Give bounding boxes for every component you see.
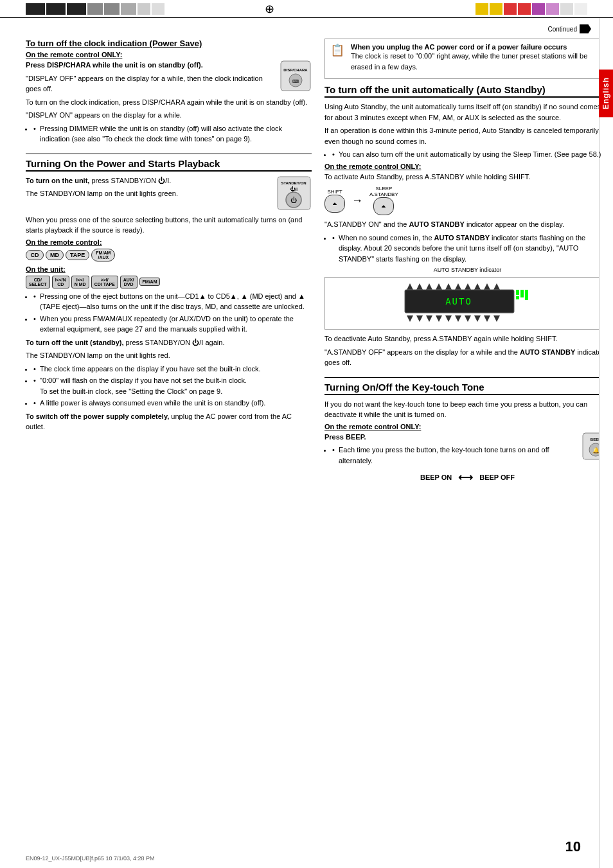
svg-rect-21	[516, 290, 519, 295]
note-title: When you unplug the AC power cord or if …	[351, 43, 605, 51]
auto-standby-indicator-label: AUTO STANDBY indicator	[324, 267, 610, 273]
aux-dvd-btn: AUX/DVD	[120, 276, 138, 288]
auto-standby-title: To turn off the unit automatically (Auto…	[324, 84, 610, 98]
auto-standby-body2: If an operation is done within this 3-mi…	[324, 125, 610, 146]
power-save-section: To turn off the clock indication (Power …	[26, 39, 312, 145]
svg-marker-34	[493, 315, 500, 322]
indicator-bullets: When no sound comes in, the AUTO STANDBY…	[332, 233, 610, 265]
color-block-r2	[490, 3, 502, 15]
divider-1	[26, 154, 312, 154]
fmam-btn: FM/AM	[139, 278, 161, 286]
remote-only-label-2: On the remote control ONLY:	[324, 163, 610, 170]
color-block-r8	[574, 3, 587, 15]
color-block-7	[138, 3, 150, 15]
shift-label: SHIFT	[324, 189, 345, 195]
svg-marker-9	[407, 283, 413, 290]
beep-bullet: Each time you press the button, the key-…	[332, 445, 610, 466]
continued-row: Continued	[26, 24, 610, 33]
svg-marker-25	[407, 315, 413, 322]
remote-only-label-3: On the remote control ONLY:	[324, 423, 610, 430]
remote-control-label: On the remote control:	[26, 238, 312, 246]
deactivate-text: To deactivate Auto Standby, press A.STAN…	[324, 333, 610, 344]
tape-button: TAPE	[66, 250, 89, 260]
english-tab: English	[599, 69, 613, 117]
color-block-r5	[532, 3, 545, 15]
fmam-bullet: When you press FM/AM/AUX repeatedly (or …	[33, 314, 312, 335]
color-block-8	[152, 3, 164, 15]
page-number: 10	[565, 838, 581, 855]
shift-btn: ⏶	[324, 195, 345, 213]
source-select-text: When you press one of the source selecti…	[26, 215, 312, 236]
continued-arrow	[580, 24, 591, 33]
svg-rect-22	[520, 290, 524, 297]
dimmer-bullet: Pressing DIMMER while the unit is on sta…	[33, 123, 312, 145]
power-supply-text: To switch off the power supply completel…	[26, 411, 312, 432]
remote-only-label-1: On the remote control ONLY:	[26, 51, 312, 58]
turn-on-bold: To turn on the unit,	[26, 177, 89, 184]
power-save-title: To turn off the clock indication (Power …	[26, 39, 312, 48]
svg-text:⌨: ⌨	[292, 79, 299, 84]
standby-lamp-red: The STANDBY/ON lamp on the unit lights r…	[26, 350, 312, 361]
two-column-layout: To turn off the clock indication (Power …	[26, 39, 610, 492]
left-column: To turn off the clock indication (Power …	[26, 39, 312, 492]
svg-marker-17	[484, 283, 490, 290]
svg-marker-12	[436, 283, 442, 290]
auto-standby-bullets: You can also turn off the unit automatic…	[332, 149, 610, 160]
divider-2	[324, 377, 610, 378]
color-block-3	[67, 3, 86, 15]
main-content: Continued To turn off the clock indicati…	[26, 18, 613, 492]
standby-off-text: To turn off the unit (standby), press ST…	[26, 337, 312, 348]
shift-standby-row: SHIFT ⏶ → SLEEPA.STANDBY ⏶	[324, 186, 610, 215]
page-footer: EN09-12_UX-J55MD[UB]f.p65 10 7/1/03, 4:2…	[26, 855, 155, 862]
zero-flash-bullet: "0:00" will flash on the display if you …	[33, 375, 312, 396]
standby-off-text-2: "A.STANDBY OFF" appears on the display f…	[324, 347, 610, 368]
svg-marker-29	[445, 315, 452, 322]
auto-standby-section: To turn off the unit automatically (Auto…	[324, 84, 610, 368]
shift-btn-wrap: SHIFT ⏶	[324, 189, 345, 213]
disp-chara-image: DISP/CHARA ⌨	[280, 60, 312, 93]
standby-on-image: STANDBY/ON ⏻/I ⏻	[276, 175, 312, 212]
svg-marker-27	[426, 315, 432, 322]
svg-marker-26	[416, 315, 423, 322]
arrow-icon: →	[351, 194, 363, 208]
cd-button: CD	[26, 250, 44, 260]
svg-marker-31	[465, 315, 471, 322]
svg-marker-15	[465, 283, 471, 290]
key-touch-section: Turning On/Off the Key-touch Tone If you…	[324, 382, 610, 484]
beep-arrow-icon: ⟷	[458, 471, 473, 483]
cd-select-btn: CD/SELECT	[26, 276, 50, 288]
auto-standby-body1: Using Auto Standby, the unit automatical…	[324, 102, 610, 123]
beep-bullets: Each time you press the button, the key-…	[332, 445, 610, 466]
color-block-r1	[475, 3, 488, 15]
press-beep-text: Press BEEP.	[324, 432, 610, 443]
turn-on-clock-text: To turn on the clock indication, press D…	[26, 97, 312, 108]
crosshair-mark: ⊕	[265, 2, 274, 16]
sleep-timer-bullet: You can also turn off the unit automatic…	[332, 149, 610, 160]
icc-n-cd-btn: I<</NCD	[52, 276, 69, 288]
display-off-text: "DISPLAY OFF" appears on the display for…	[26, 73, 312, 94]
svg-marker-14	[455, 283, 461, 290]
press-bold: Press DISP/CHARA while the unit is on st…	[26, 61, 203, 69]
svg-marker-33	[484, 315, 490, 322]
svg-marker-13	[445, 283, 452, 290]
key-touch-body: If you do not want the key-touch tone to…	[324, 399, 610, 420]
color-block-r3	[504, 3, 517, 15]
svg-text:⏻: ⏻	[290, 197, 297, 204]
svg-marker-18	[493, 283, 500, 290]
display-on-text: "DISPLAY ON" appears on the display for …	[26, 110, 312, 121]
note-icon: 📋	[330, 43, 346, 57]
press-disp-chara-text: Press DISP/CHARA while the unit is on st…	[26, 60, 312, 71]
color-block-r6	[546, 3, 559, 15]
color-block-6	[121, 3, 136, 15]
color-block-r7	[560, 3, 573, 15]
turn-on-unit-text: To turn on the unit, press STANDBY/ON ⏻/…	[26, 175, 312, 186]
power-save-bullets: Pressing DIMMER while the unit is on sta…	[33, 123, 312, 145]
note-body: The clock is reset to "0:00" right away,…	[351, 51, 605, 72]
svg-text:⏻/I: ⏻/I	[290, 186, 298, 192]
svg-rect-24	[516, 296, 519, 299]
standby-bullets: The clock time appears on the display if…	[33, 364, 312, 409]
standby-bold: To turn off the unit (standby),	[26, 339, 124, 346]
svg-marker-28	[436, 315, 442, 322]
color-block-r4	[518, 3, 531, 15]
svg-marker-16	[474, 283, 481, 290]
